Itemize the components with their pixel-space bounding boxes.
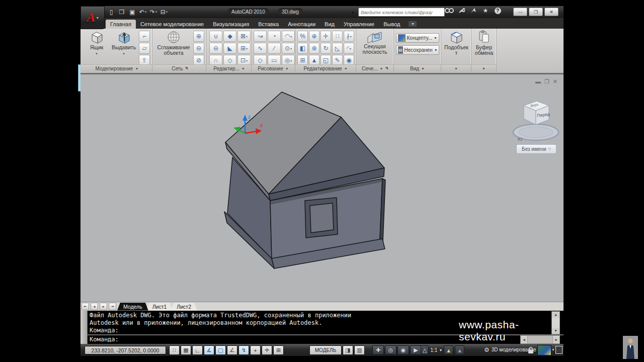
mirror-icon[interactable]: ◧ xyxy=(297,43,308,54)
array-polar-icon[interactable]: ⊛ xyxy=(309,43,319,54)
layout-tab[interactable]: Лист2 xyxy=(171,303,197,311)
otrack-toggle[interactable]: ∠ xyxy=(227,345,237,355)
named-view-dropdown[interactable]: ▤ Несохранен▼ xyxy=(396,45,439,55)
line-icon[interactable]: ∕ xyxy=(268,43,281,54)
panel-label-modify[interactable]: Редактирование▼ xyxy=(295,64,356,72)
ribbon-collapse-icon[interactable]: ▼ xyxy=(409,21,417,27)
dyn-toggle[interactable]: + xyxy=(250,345,261,355)
ortho-toggle[interactable]: ∟ xyxy=(192,345,203,355)
ribbon-tab[interactable]: Вид xyxy=(320,20,339,29)
scroll-up-icon[interactable]: ▲ xyxy=(552,312,559,318)
ribbon-tab[interactable]: Вывод xyxy=(379,20,405,29)
ribbon-tab[interactable]: Главная xyxy=(106,20,136,29)
scroll-down-icon[interactable]: ▼ xyxy=(552,328,559,334)
lwt-toggle[interactable]: ✛ xyxy=(262,345,272,355)
restore-button[interactable]: ❐ xyxy=(529,8,543,16)
ribbon-tab[interactable]: Аннотации xyxy=(283,20,320,29)
command-horizontal-scrollbar[interactable]: ◀ ▶ xyxy=(520,335,560,344)
sculpt-icon[interactable]: ◣ xyxy=(223,43,236,54)
subobject-button[interactable]: Подобъект xyxy=(444,30,469,56)
visual-style-dropdown[interactable]: Концепту...▼ xyxy=(396,33,439,43)
layout-tab[interactable]: Модель xyxy=(117,303,148,311)
circle-icon[interactable]: ⊙▾ xyxy=(282,43,295,54)
search-input[interactable] xyxy=(358,8,445,17)
model-space-button[interactable]: МОДЕЛЬ xyxy=(309,345,342,355)
undo-icon[interactable]: ↶▾ xyxy=(138,8,147,16)
trim-icon[interactable]: ◺ xyxy=(332,43,343,54)
spline-icon[interactable]: ∿ xyxy=(254,43,267,54)
panel-label-section[interactable]: Сече...▼◥ xyxy=(356,64,393,72)
clean-screen-icon[interactable] xyxy=(555,346,562,354)
pan-icon[interactable]: ✚ xyxy=(372,345,384,355)
panel-label-view[interactable]: Вид▼ xyxy=(394,64,441,72)
annotation-scale-dropdown-icon[interactable]: ▼ xyxy=(439,348,442,352)
scroll-right-icon[interactable]: ▶ xyxy=(553,337,559,343)
annotation-scale-icon[interactable]: △ xyxy=(421,345,429,355)
fillet-icon[interactable]: ◜▾ xyxy=(344,43,354,54)
first-tab-icon[interactable]: ⇤ xyxy=(82,303,89,310)
lock-icon[interactable] xyxy=(527,347,534,353)
union-icon[interactable]: ∪ xyxy=(209,31,222,42)
annotation-scale-value[interactable]: 1:1 xyxy=(430,347,437,353)
application-status-image-button[interactable] xyxy=(537,345,551,355)
showmotion-icon[interactable]: ▶ xyxy=(410,345,422,355)
close-button[interactable]: ✕ xyxy=(544,8,558,16)
print-icon[interactable]: ⊟▾ xyxy=(159,8,169,16)
revcloud-icon[interactable]: ◔ xyxy=(268,31,281,42)
arc-icon[interactable]: ◠▾ xyxy=(282,31,295,42)
planar-surface-icon[interactable]: ▱ xyxy=(139,43,150,54)
open-icon[interactable]: ❒ xyxy=(117,8,126,16)
command-prompt[interactable]: Команда: xyxy=(90,336,119,343)
zoom-icon[interactable]: ◎ xyxy=(385,345,396,355)
snap-toggle[interactable]: ∷ xyxy=(169,345,180,355)
scrollbar-thumb[interactable] xyxy=(527,336,553,343)
save-icon[interactable]: ▣ xyxy=(128,8,137,16)
panel-label-draw[interactable]: Рисование▼ xyxy=(252,64,295,72)
steering-wheel-icon[interactable]: ◉ xyxy=(397,345,409,355)
copy-icon[interactable]: ∷ xyxy=(332,31,343,42)
polysolid-icon[interactable]: ⌐ xyxy=(139,31,150,42)
polar-toggle[interactable]: ∡ xyxy=(204,345,214,355)
annotation-autoscale-icon[interactable]: ▲ xyxy=(455,345,464,355)
smooth-less-icon[interactable]: ⊖ xyxy=(193,43,204,54)
ribbon-tab[interactable]: Вставка xyxy=(254,20,283,29)
extrude-button[interactable]: Выдавить▾ xyxy=(111,30,136,56)
drawing-area[interactable]: ▬ ❐ ✕ xyxy=(80,74,564,302)
next-tab-icon[interactable]: ▸ xyxy=(100,303,107,310)
panel-label-clipboard[interactable]: ▼ xyxy=(471,64,496,72)
qat-overflow-icon[interactable]: ▸ xyxy=(352,10,355,15)
explode-icon[interactable]: % xyxy=(297,31,308,42)
quick-view-layouts-icon[interactable]: ◨ xyxy=(343,345,353,355)
osnap-toggle[interactable]: ▢ xyxy=(215,345,226,355)
clipboard-button[interactable]: Буфер обмена xyxy=(473,30,495,56)
house-3d-model[interactable]: z x xyxy=(80,74,564,302)
ribbon-tab[interactable]: Визуализация xyxy=(208,20,254,29)
ribbon-tab[interactable]: Сетевое моделирование xyxy=(136,20,208,29)
last-tab-icon[interactable]: ⇥ xyxy=(109,303,116,310)
ducs-toggle[interactable]: ↯ xyxy=(238,345,249,355)
command-vertical-scrollbar[interactable]: ▲ ▼ xyxy=(551,311,560,334)
communication-center-icon[interactable] xyxy=(468,6,479,15)
prev-tab-icon[interactable]: ◂ xyxy=(91,303,98,310)
ribbon-tab[interactable]: Управление xyxy=(339,20,379,29)
scroll-left-icon[interactable]: ◀ xyxy=(521,337,527,343)
annotation-visibility-icon[interactable]: ▲ xyxy=(444,345,453,355)
redo-icon[interactable]: ↷▾ xyxy=(149,8,158,16)
minimize-button[interactable]: — xyxy=(513,8,527,16)
favorites-star-icon[interactable]: ★ xyxy=(480,6,491,15)
layout-tab[interactable]: Лист1 xyxy=(146,303,173,311)
help-icon[interactable]: ? xyxy=(492,6,503,15)
status-menu-dropdown-icon[interactable]: ▼ xyxy=(551,348,555,351)
search-binoculars-icon[interactable] xyxy=(444,6,455,15)
box-button[interactable]: Ящик▾ xyxy=(85,30,108,56)
coordinates-display[interactable]: 233.8210, -207.5202, 0.0000 xyxy=(85,346,166,354)
move-icon[interactable]: ✛ xyxy=(320,31,331,42)
rotate-icon[interactable]: ↻ xyxy=(320,43,331,54)
viewcube-view-name-button[interactable]: Без имени▽ xyxy=(516,144,556,154)
panel-label-solid-editing[interactable]: Редактир...▼ xyxy=(207,64,251,72)
panel-label-mesh[interactable]: Сеть◥ xyxy=(153,64,206,72)
shell-icon[interactable]: ⊞▾ xyxy=(237,43,251,54)
section-plane-button[interactable]: Секущая плоскость xyxy=(359,30,391,55)
qp-toggle[interactable]: ⊞ xyxy=(273,345,284,355)
thicken-icon[interactable]: ◆ xyxy=(223,31,236,42)
